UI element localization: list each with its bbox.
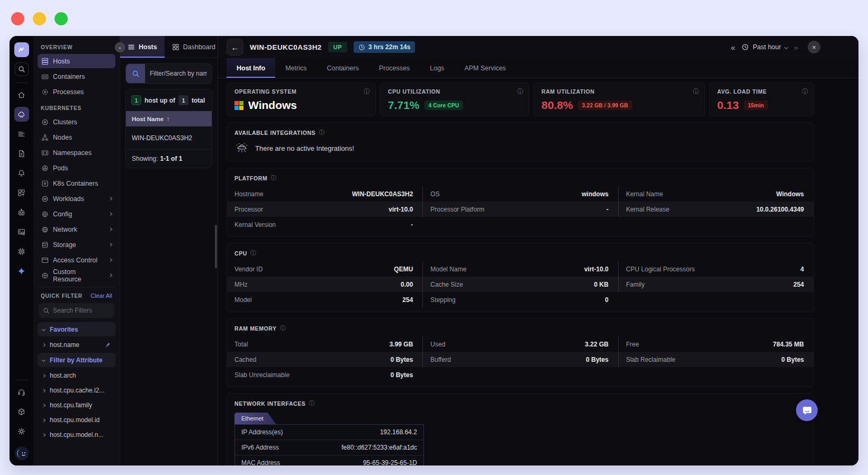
table-row: MHz0.00 Cache Size0 KB Family254 [227, 277, 813, 292]
tab-apm-services[interactable]: APM Services [454, 58, 516, 78]
hosts-list-panel: Hosts Dashboard 1 host up of 1 total Hos… [120, 36, 218, 465]
info-icon[interactable]: ⓘ [309, 399, 315, 407]
info-icon[interactable]: ⓘ [364, 87, 370, 96]
sidebar-item-processes[interactable]: Processes [38, 85, 115, 99]
info-icon[interactable]: ⓘ [319, 129, 325, 136]
pin-icon[interactable] [104, 342, 111, 348]
user-avatar[interactable] [15, 446, 29, 460]
info-icon[interactable]: ⓘ [270, 174, 277, 182]
filter-item-host-cpu-model-id[interactable]: host.cpu.model.id [38, 413, 115, 427]
packages-cube-icon[interactable] [14, 404, 29, 419]
hosts-panel-tabs: Hosts Dashboard [120, 36, 218, 58]
table-row: Total3.99 GB Used3.22 GB Free784.35 MB [227, 336, 813, 352]
info-icon[interactable]: ⓘ [517, 87, 523, 96]
settings-gear-icon[interactable] [14, 424, 29, 439]
table-row: Vendor IDQEMU Model Namevirt-10.0 CPU Lo… [227, 261, 813, 277]
home-icon[interactable] [14, 87, 29, 102]
sidebar-item-access-control[interactable]: Access Control [38, 253, 115, 267]
sidebar-item-nodes[interactable]: Nodes [38, 130, 115, 144]
tab-metrics[interactable]: Metrics [275, 58, 317, 78]
workloads-icon [41, 195, 49, 203]
sidebar-item-clusters[interactable]: Clusters [38, 115, 115, 129]
sidebar-item-containers[interactable]: Containers [38, 69, 115, 84]
filter-item-host-cpu-family[interactable]: host.cpu.family [38, 398, 115, 412]
ram-section: RAM MEMORY ⓘ Total3.99 GB Used3.22 GB Fr… [227, 318, 814, 387]
globe-icon [41, 272, 49, 279]
sidebar-item-hosts[interactable]: Hosts [38, 54, 115, 68]
back-button[interactable]: ← [227, 39, 243, 56]
close-detail-button[interactable]: × [808, 41, 820, 53]
info-icon[interactable]: ⓘ [693, 87, 699, 96]
reports-icon[interactable] [14, 146, 29, 161]
spark-icon[interactable] [14, 263, 29, 278]
time-range-selector[interactable]: Past hour [742, 43, 788, 51]
search-icon [126, 64, 145, 83]
host-search-input[interactable] [145, 70, 212, 77]
chat-support-button[interactable] [796, 399, 818, 421]
tab-hosts[interactable]: Hosts [120, 36, 165, 58]
info-icon[interactable]: ⓘ [802, 87, 808, 96]
alerts-bell-icon[interactable] [14, 166, 29, 180]
tab-containers[interactable]: Containers [317, 58, 368, 78]
k8s-container-icon [41, 180, 49, 187]
filter-search-input[interactable] [53, 307, 106, 314]
sidebar-item-workloads[interactable]: Workloads [38, 191, 115, 206]
filter-item-host-cpu-cache[interactable]: host.cpu.cache.l2... [38, 383, 115, 397]
minimize-window-button[interactable] [33, 12, 46, 25]
sidebar-item-storage[interactable]: Storage [38, 238, 115, 252]
chip-icon[interactable] [14, 244, 29, 259]
sidebar-item-network[interactable]: Network [38, 222, 115, 236]
filter-item-host-name[interactable]: host.name [38, 338, 115, 352]
host-name-column-header[interactable]: Host Name ↑ [126, 111, 212, 126]
tab-host-info[interactable]: Host Info [227, 58, 275, 78]
tab-dashboard[interactable]: Dashboard [165, 36, 218, 58]
chevron-right-icon [108, 243, 112, 246]
tab-processes[interactable]: Processes [369, 58, 420, 78]
interface-table: IP Address(es) 192.168.64.2 IPv6 Address… [234, 424, 424, 465]
time-next-button[interactable]: » [794, 43, 798, 52]
table-row: Processorvirt-10.0 Processor Platform- K… [227, 202, 813, 217]
favorites-group[interactable]: Favorites [38, 322, 115, 336]
info-icon[interactable]: ⓘ [280, 324, 286, 332]
sidebar-item-custom-resource[interactable]: Custom Resource [38, 268, 115, 282]
collapse-nav-button[interactable]: ‹ [115, 42, 125, 52]
maximize-window-button[interactable] [55, 12, 68, 25]
sidebar-item-k8s-containers[interactable]: K8s Containers [38, 176, 115, 190]
close-window-button[interactable] [11, 12, 24, 25]
host-row[interactable]: WIN-DEUKC0AS3H2 [126, 126, 212, 150]
dashboards-icon[interactable] [14, 185, 29, 200]
scrollbar[interactable] [215, 225, 217, 268]
global-search-icon[interactable] [15, 62, 29, 76]
logs-icon[interactable] [14, 126, 29, 141]
time-prev-button[interactable]: « [731, 43, 735, 52]
table-row: IP Address(es) 192.168.64.2 [235, 425, 423, 440]
table-row: Model254 Stepping0 [227, 292, 813, 307]
attribute-group[interactable]: Filter by Attribute [38, 353, 115, 367]
ai-assistant-icon[interactable] [14, 205, 29, 220]
chevron-right-icon [108, 273, 112, 277]
rail-divider [15, 83, 28, 83]
middleware-logo-icon[interactable] [14, 42, 29, 57]
info-icon[interactable]: ⓘ [250, 249, 257, 257]
interface-tab-ethernet[interactable]: Ethernet [234, 413, 276, 424]
synthetics-icon[interactable] [14, 224, 29, 239]
sidebar-item-config[interactable]: Config [38, 207, 115, 221]
host-title: WIN-DEUKC0AS3H2 [250, 43, 322, 51]
container-icon [41, 73, 49, 80]
host-search-box[interactable] [125, 63, 212, 84]
tab-logs[interactable]: Logs [420, 58, 454, 78]
clear-all-link[interactable]: Clear All [91, 293, 112, 299]
chevron-right-icon [42, 343, 46, 346]
grid-icon [172, 43, 179, 51]
nav-panel: OVERVIEW Hosts Containers Processes KUBE… [33, 36, 120, 465]
platform-section: PLATFORM ⓘ HostnameWIN-DEUKC0AS3H2 OSwin… [227, 168, 814, 237]
sidebar-item-namespaces[interactable]: Namespaces [38, 145, 115, 160]
filter-item-host-arch[interactable]: host.arch [38, 369, 115, 382]
ram-detail-badge: 3.22 GB / 3.99 GB [578, 101, 632, 110]
infrastructure-icon[interactable] [14, 107, 29, 122]
filter-search-box[interactable] [39, 303, 114, 318]
filter-item-host-cpu-model-name[interactable]: host.cpu.model.n... [38, 428, 115, 442]
support-headset-icon[interactable] [14, 385, 29, 399]
sidebar-item-pods[interactable]: Pods [38, 161, 115, 175]
cluster-icon [41, 118, 49, 126]
